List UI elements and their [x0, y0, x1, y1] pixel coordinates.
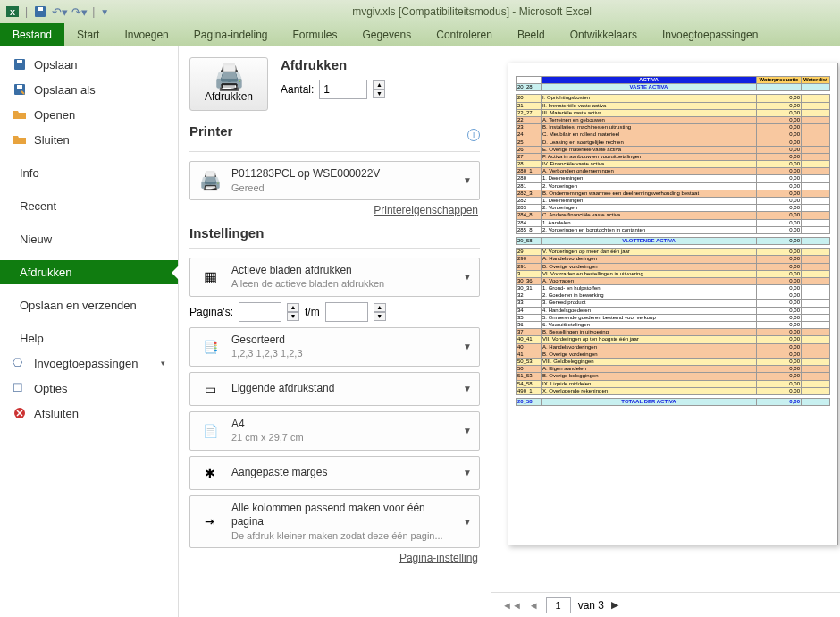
table-row: 21II. Immateriële vaste activa0,00	[517, 102, 830, 109]
orientation-dropdown[interactable]: ▭ Liggende afdrukstand ▼	[189, 372, 480, 406]
table-row: 333. Gereed product0,00	[517, 300, 830, 307]
printer-dropdown[interactable]: 🖨️ P011283PCL op WSE000022V Gereed ▼	[189, 161, 480, 200]
paper-icon: 📄	[197, 420, 223, 442]
table-row: 26E. Overige materiële vaste activa0,00	[517, 146, 830, 153]
tab-formulas[interactable]: Formules	[281, 23, 350, 46]
ribbon: Bestand Start Invoegen Pagina-indeling F…	[0, 23, 840, 46]
nav-recent[interactable]: Recent	[0, 194, 178, 218]
nav-options-label: Opties	[34, 382, 68, 395]
table-row: 282_3B. Ondernemingen waarmee een deelne…	[517, 190, 830, 197]
backstage-nav: Opslaan Opslaan als Openen Sluiten Info …	[0, 46, 179, 617]
table-row: 355. Onroerende goederen bestemd voor ve…	[517, 314, 830, 321]
nav-addins[interactable]: ⎔Invoegtoepassingen▾	[0, 351, 178, 376]
tab-insert[interactable]: Invoegen	[112, 23, 181, 46]
table-row: 366. Vooruitbetalingen0,00	[517, 322, 830, 329]
margins-label: Aangepaste marges	[231, 466, 454, 480]
tab-view[interactable]: Beeld	[505, 23, 558, 46]
nav-new-label: Nieuw	[20, 232, 52, 246]
nav-savesend[interactable]: Opslaan en verzenden	[0, 293, 178, 317]
print-button[interactable]: 🖨️ Afdrukken	[189, 57, 268, 111]
nav-help-label: Help	[20, 332, 44, 345]
table-row: 30_311. Grond- en hulpstoffen0,00	[517, 285, 830, 292]
nav-open-label: Openen	[34, 108, 75, 122]
svg-text:X: X	[10, 8, 15, 17]
tab-file[interactable]: Bestand	[0, 23, 64, 46]
pages-from-spinner[interactable]: ▲▼	[287, 303, 299, 321]
print-preview: ACTIVAWaterproductieWaterdist 20_28VASTE…	[491, 46, 840, 617]
redo-icon[interactable]: ↷▾	[72, 4, 87, 19]
printer-section-title: Printer	[189, 123, 232, 139]
pager-first-icon[interactable]: ◄◄	[502, 600, 522, 611]
nav-addins-label: Invoegtoepassingen	[34, 357, 138, 370]
tab-data[interactable]: Gegevens	[350, 23, 424, 46]
spinner-up-icon[interactable]: ▲	[373, 80, 385, 89]
nav-options[interactable]: ☐Opties	[0, 376, 178, 401]
nav-info-label: Info	[20, 166, 39, 180]
nav-info[interactable]: Info	[0, 161, 178, 185]
collate-icon: 📑	[197, 336, 223, 358]
qat-customize-icon[interactable]: ▼	[100, 7, 109, 17]
tab-home[interactable]: Start	[64, 23, 112, 46]
folder-open-icon	[13, 107, 27, 122]
nav-print[interactable]: Afdrukken	[0, 260, 178, 284]
table-row: 20_28VASTE ACTIVA	[517, 84, 830, 91]
excel-icon: X	[5, 4, 20, 19]
print-what-dropdown[interactable]: ▦ Actieve bladen afdrukken Alleen de act…	[189, 258, 480, 297]
margins-dropdown[interactable]: ✱ Aangepaste marges ▼	[189, 456, 480, 490]
nav-save-label: Opslaan	[34, 58, 77, 72]
tab-developer[interactable]: Ontwikkelaars	[558, 23, 650, 46]
nav-close[interactable]: Sluiten	[0, 127, 178, 152]
paper-dropdown[interactable]: 📄 A4 21 cm x 29,7 cm ▼	[189, 411, 480, 451]
pages-to-input[interactable]	[325, 302, 368, 322]
nav-save[interactable]: Opslaan	[0, 52, 178, 77]
options-icon: ☐	[13, 381, 27, 395]
nav-exit[interactable]: Afsluiten	[0, 401, 178, 426]
print-what-sub: Alleen de actieve bladen afdrukken	[231, 277, 454, 290]
save-icon[interactable]	[33, 4, 47, 19]
scaling-dropdown[interactable]: ⇥ Alle kolommen passend maken voor één p…	[189, 495, 480, 548]
pages-from-input[interactable]	[239, 302, 281, 322]
spinner-down-icon[interactable]: ▼	[373, 89, 385, 98]
table-row: 40A. Handelsvorderingen0,00	[517, 343, 830, 351]
undo-icon[interactable]: ↶▾	[53, 4, 67, 19]
printer-info-icon[interactable]: i	[467, 129, 480, 141]
page-setup-link[interactable]: Pagina-instelling	[399, 552, 478, 564]
qat-separator: |	[92, 5, 95, 18]
exit-icon	[13, 406, 27, 420]
tab-review[interactable]: Controleren	[424, 23, 505, 46]
table-row: 2812. Vorderingen0,00	[517, 182, 830, 190]
table-row: 284_8C. Andere financiële vaste activa0,…	[517, 212, 830, 219]
table-row: 50A. Eigen aandelen0,00	[517, 366, 830, 373]
table-row: 344. Handelsgoederen0,00	[517, 307, 830, 314]
pager-prev-icon[interactable]: ◄	[529, 600, 539, 611]
pager-next-icon[interactable]: ▶	[611, 599, 618, 611]
table-row: 20I. Oprichtingskosten0,00	[517, 95, 830, 102]
preview-page: ACTIVAWaterproductieWaterdist 20_28VASTE…	[508, 63, 838, 545]
nav-savesend-label: Opslaan en verzenden	[20, 299, 137, 312]
collate-label: Gesorteerd	[231, 334, 454, 348]
table-row: 2841. Aandelen0,00	[517, 219, 830, 226]
table-row: 41B. Overige vorderingen0,00	[517, 351, 830, 358]
printer-properties-link[interactable]: Printereigenschappen	[374, 204, 478, 216]
tab-addins[interactable]: Invoegtoepassingen	[650, 23, 770, 46]
copies-spinner[interactable]: ▲▼	[373, 80, 385, 98]
save-icon	[13, 57, 27, 72]
pager-current-input[interactable]	[546, 597, 571, 613]
table-row: 3VI. Voorraden en bestellingen in uitvoe…	[517, 270, 830, 277]
print-title: Afdrukken	[281, 57, 385, 72]
tab-pagelayout[interactable]: Pagina-indeling	[181, 23, 281, 46]
print-button-label: Afdrukken	[194, 90, 264, 103]
copies-input[interactable]	[319, 80, 367, 99]
nav-open[interactable]: Openen	[0, 102, 178, 127]
collate-dropdown[interactable]: 📑 Gesorteerd 1,2,3 1,2,3 1,2,3 ▼	[189, 327, 480, 367]
scaling-icon: ⇥	[197, 511, 223, 532]
preview-pager: ◄◄ ◄ van 3 ▶	[491, 592, 840, 617]
nav-help[interactable]: Help	[0, 326, 178, 351]
table-row: 490_1X. Overlopende rekeningen0,00	[517, 387, 830, 394]
printer-ready-icon: 🖨️	[197, 170, 223, 191]
pages-to-spinner[interactable]: ▲▼	[374, 303, 386, 321]
nav-new[interactable]: Nieuw	[0, 227, 178, 251]
table-row: 30_36A. Voorraden0,00	[517, 277, 830, 284]
printer-icon: 🖨️	[194, 65, 264, 90]
nav-saveas[interactable]: Opslaan als	[0, 77, 178, 102]
